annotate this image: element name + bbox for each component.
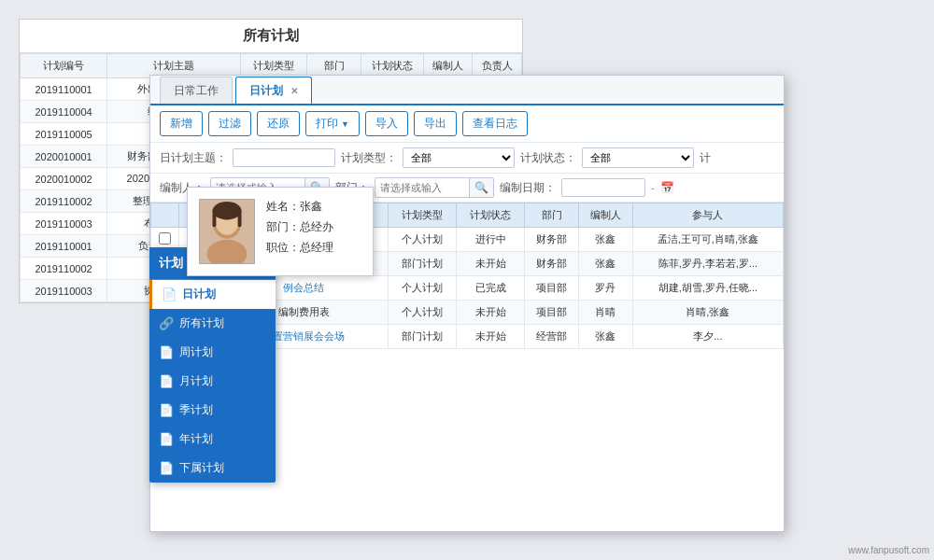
sidebar-item-下属计划[interactable]: 📄下属计划: [149, 454, 276, 483]
sidebar-title: 计划: [159, 255, 183, 272]
status-label: 计划状态：: [520, 150, 576, 166]
data-col-header: 参与人: [632, 203, 783, 228]
import-button[interactable]: 导入: [365, 111, 408, 136]
sidebar-item-label: 年计划: [179, 431, 213, 447]
data-col-header: 部门: [525, 203, 579, 228]
restore-button[interactable]: 还原: [257, 111, 300, 136]
sidebar-item-label: 月计划: [179, 373, 213, 389]
bg-col-header: 计划编号: [21, 54, 107, 78]
toolbar: 新增 过滤 还原 打印 ▼ 导入 导出 查看日志: [150, 105, 784, 143]
sidebar-icon: 📄: [162, 287, 177, 301]
add-button[interactable]: 新增: [160, 111, 203, 136]
date-calendar-icon[interactable]: 📅: [660, 181, 674, 194]
svg-point-4: [213, 202, 242, 219]
profile-name: 姓名：张鑫: [266, 199, 333, 215]
type-select[interactable]: 全部个人计划部门计划: [403, 147, 515, 168]
sidebar-icon: 📄: [159, 461, 174, 475]
sidebar-item-所有计划[interactable]: 🔗所有计划: [149, 309, 276, 338]
tab-bar: 日常工作 日计划 ✕: [150, 76, 784, 105]
svg-rect-6: [238, 209, 242, 227]
sidebar-icon: 📄: [159, 345, 174, 359]
sidebar-item-日计划[interactable]: 📄日计划: [149, 280, 276, 309]
data-col-header: 计划状态: [457, 203, 525, 228]
data-col-header: 编制人: [578, 203, 632, 228]
sidebar-item-label: 周计划: [179, 344, 213, 360]
export-button[interactable]: 导出: [414, 111, 457, 136]
tab-daily-plan[interactable]: 日计划 ✕: [235, 77, 312, 104]
sidebar-item-周计划[interactable]: 📄周计划: [149, 338, 276, 367]
filter-row-1: 日计划主题： 计划类型： 全部个人计划部门计划 计划状态： 全部未开始进行中已完…: [150, 143, 784, 174]
sidebar-item-季计划[interactable]: 📄季计划: [149, 396, 276, 425]
bg-panel-title: 所有计划: [20, 20, 522, 53]
profile-card: 姓名：张鑫 部门：总经办 职位：总经理: [187, 187, 374, 276]
view-log-button[interactable]: 查看日志: [462, 111, 528, 136]
watermark: www.fanpusoft.com: [848, 545, 929, 555]
dept-input[interactable]: [375, 179, 469, 196]
extra-label: 计: [700, 150, 711, 166]
profile-dept: 部门：总经办: [266, 219, 333, 235]
date-separator: -: [651, 182, 655, 193]
print-dropdown-arrow: ▼: [341, 119, 349, 129]
date-label: 编制日期：: [500, 180, 556, 196]
sidebar-icon: 🔗: [159, 316, 174, 330]
date-start-input[interactable]: [561, 178, 645, 197]
sidebar-item-label: 所有计划: [179, 315, 224, 331]
profile-info: 姓名：张鑫 部门：总经办 职位：总经理: [266, 199, 333, 264]
tab-close-icon[interactable]: ✕: [290, 86, 298, 96]
theme-label: 日计划主题：: [160, 150, 227, 166]
sidebar: 计划 ⚙ 📄日计划🔗所有计划📄周计划📄月计划📄季计划📄年计划📄下属计划: [149, 247, 276, 483]
sidebar-item-label: 日计划: [182, 287, 216, 302]
sidebar-icon: 📄: [159, 403, 174, 417]
theme-link[interactable]: 例会总结: [283, 282, 324, 293]
sidebar-item-年计划[interactable]: 📄年计划: [149, 425, 276, 454]
profile-title: 职位：总经理: [266, 240, 333, 256]
svg-rect-5: [213, 209, 217, 227]
sidebar-item-label: 下属计划: [179, 460, 224, 476]
dept-search-icon[interactable]: 🔍: [469, 178, 493, 197]
sidebar-item-月计划[interactable]: 📄月计划: [149, 367, 276, 396]
status-select[interactable]: 全部未开始进行中已完成: [582, 147, 694, 168]
sidebar-icon: 📄: [159, 374, 174, 388]
row-checkbox[interactable]: [159, 232, 171, 245]
dept-input-group: 🔍: [375, 177, 494, 198]
data-col-header: 计划类型: [389, 203, 457, 228]
theme-input[interactable]: [233, 148, 335, 167]
print-button[interactable]: 打印 ▼: [305, 111, 360, 136]
sidebar-item-label: 季计划: [179, 402, 213, 418]
type-label: 计划类型：: [341, 150, 397, 166]
filter-button[interactable]: 过滤: [208, 111, 251, 136]
tab-daily-work[interactable]: 日常工作: [160, 77, 233, 104]
sidebar-icon: 📄: [159, 432, 174, 446]
avatar: [199, 199, 255, 264]
data-col-header: [151, 203, 179, 228]
